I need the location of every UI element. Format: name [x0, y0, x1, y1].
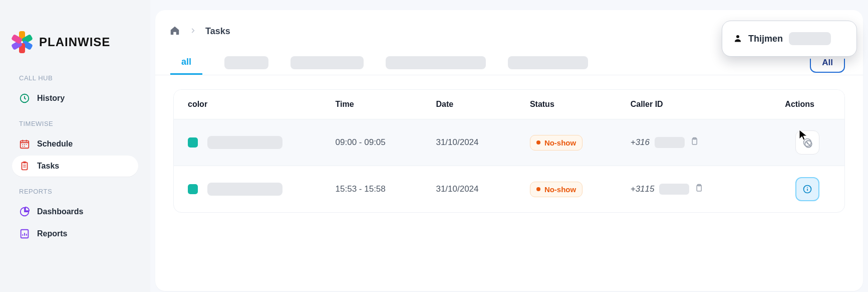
pie-chart-icon	[19, 206, 30, 217]
status-dot-icon	[536, 187, 540, 191]
svg-rect-8	[22, 163, 28, 170]
col-status: Status	[516, 90, 617, 119]
main: Tasks all All Thijmen	[150, 0, 868, 292]
tasks-table: color Time Date Status Caller ID Actions	[173, 89, 845, 213]
brand-name: PLAINWISE	[39, 35, 110, 49]
sidebar-section-reports: REPORTS	[19, 188, 140, 195]
tab-placeholder[interactable]	[291, 56, 364, 69]
clock-icon	[19, 93, 30, 104]
clipboard-copy-icon[interactable]	[690, 137, 699, 149]
color-chip	[188, 184, 198, 194]
color-chip	[188, 137, 198, 148]
calendar-icon	[19, 138, 30, 150]
sidebar-item-label: Dashboards	[37, 207, 83, 216]
status-badge: No-show	[530, 135, 583, 151]
sidebar: PLAINWISE CALL HUB History TIMEWISE Sche…	[0, 0, 150, 292]
tabs: all All Thijmen	[155, 51, 863, 75]
info-button[interactable]	[795, 130, 819, 155]
user-placeholder	[789, 32, 831, 45]
caller-placeholder	[655, 137, 685, 148]
info-button[interactable]	[795, 177, 819, 201]
sidebar-item-label: Reports	[37, 229, 67, 238]
table-row[interactable]: 15:53 - 15:58 31/10/2024 No-show +3	[174, 166, 844, 213]
cell-date: 31/10/2024	[422, 119, 515, 166]
content-panel: Tasks all All Thijmen	[155, 10, 863, 291]
user-name: Thijmen	[748, 34, 783, 44]
cell-caller: +316	[631, 137, 699, 149]
caller-prefix: +316	[631, 137, 650, 148]
sidebar-item-label: Schedule	[37, 139, 73, 149]
user-icon	[733, 34, 742, 44]
caller-placeholder	[659, 184, 689, 195]
status-dot-icon	[536, 140, 540, 144]
status-text: No-show	[544, 185, 576, 194]
clipboard-copy-icon[interactable]	[694, 184, 703, 195]
col-date: Date	[422, 90, 515, 119]
sidebar-item-schedule[interactable]: Schedule	[12, 133, 138, 155]
tab-placeholder[interactable]	[386, 56, 486, 69]
cell-caller: +3115	[631, 184, 704, 195]
tab-placeholder[interactable]	[508, 56, 588, 69]
sidebar-item-tasks[interactable]: Tasks	[12, 156, 138, 177]
caller-prefix: +3115	[631, 184, 655, 194]
cell-date: 31/10/2024	[422, 166, 515, 213]
tab-all[interactable]: all	[170, 51, 202, 75]
clipboard-icon	[19, 161, 30, 172]
sidebar-item-dashboards[interactable]: Dashboards	[12, 201, 138, 222]
sidebar-item-label: History	[37, 94, 65, 103]
sidebar-item-history[interactable]: History	[12, 88, 138, 109]
tab-placeholder[interactable]	[224, 56, 268, 69]
svg-point-15	[807, 140, 808, 141]
sidebar-section-timewise: TIMEWISE	[19, 120, 140, 127]
breadcrumb-current: Tasks	[205, 26, 230, 37]
col-caller: Caller ID	[617, 90, 751, 119]
sidebar-item-label: Tasks	[37, 162, 59, 171]
svg-rect-9	[23, 162, 26, 164]
user-popover[interactable]: Thijmen	[722, 21, 857, 57]
table-row[interactable]: 09:00 - 09:05 31/10/2024 No-show +3	[174, 119, 844, 166]
chevron-right-icon	[189, 26, 196, 37]
bar-chart-icon	[19, 228, 30, 239]
svg-point-19	[807, 187, 808, 188]
brand: PLAINWISE	[10, 30, 140, 54]
name-placeholder	[207, 183, 282, 196]
brand-logo-icon	[10, 30, 34, 54]
svg-point-11	[736, 35, 739, 38]
cell-time: 09:00 - 09:05	[322, 119, 422, 166]
home-icon[interactable]	[169, 25, 180, 38]
col-color: color	[174, 90, 322, 119]
col-time: Time	[322, 90, 422, 119]
status-text: No-show	[544, 138, 576, 147]
cell-time: 15:53 - 15:58	[322, 166, 422, 213]
status-badge: No-show	[530, 182, 583, 197]
sidebar-section-callhub: CALL HUB	[19, 74, 140, 82]
sidebar-item-reports[interactable]: Reports	[12, 223, 138, 244]
name-placeholder	[207, 136, 282, 149]
col-actions: Actions	[751, 90, 844, 119]
